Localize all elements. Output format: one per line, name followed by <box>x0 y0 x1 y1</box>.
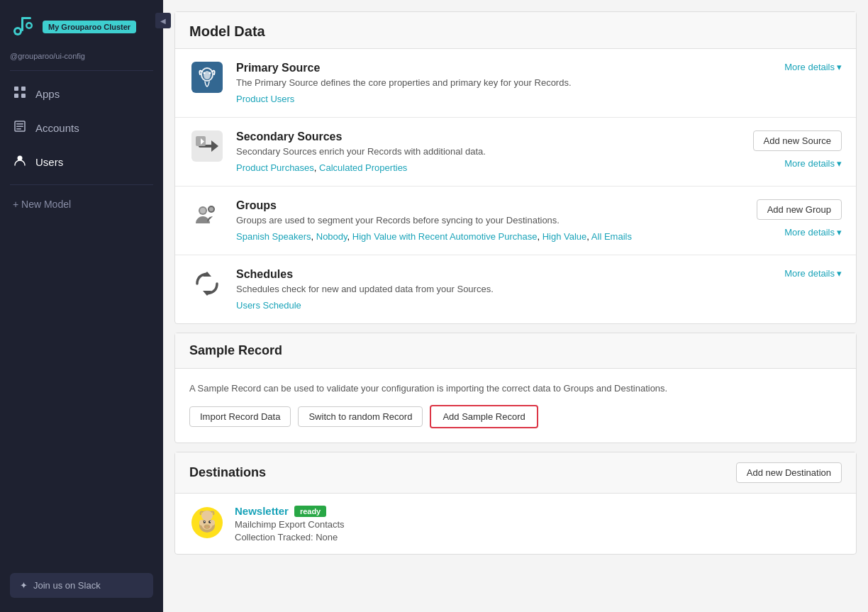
all-emails-link[interactable]: All Emails <box>591 231 632 242</box>
secondary-sources-section: Secondary Sources Secondary Sources enri… <box>175 118 856 187</box>
primary-source-icon <box>189 62 225 93</box>
users-icon <box>13 154 27 169</box>
sidebar-item-apps-label: Apps <box>35 88 60 100</box>
svg-rect-6 <box>14 87 18 91</box>
apps-icon <box>13 86 27 101</box>
primary-source-action: More details ▾ <box>728 62 842 72</box>
sidebar-footer: ✦ Join us on Slack <box>0 564 163 612</box>
product-users-link[interactable]: Product Users <box>236 94 294 104</box>
groups-links: Spanish Speakers, Nobody, High Value wit… <box>236 231 717 242</box>
primary-source-section: Primary Source The Primary Source define… <box>175 49 856 118</box>
destination-ready-badge: ready <box>294 506 326 517</box>
slack-label: Join us on Slack <box>33 580 101 591</box>
groups-title: Groups <box>236 199 717 212</box>
schedules-more-details[interactable]: More details ▾ <box>784 268 842 279</box>
cluster-badge[interactable]: My Grouparoo Cluster <box>43 21 136 33</box>
svg-rect-11 <box>16 123 23 125</box>
groups-action: Add new Group More details ▾ <box>728 199 842 238</box>
destination-newsletter-name[interactable]: Newsletter ready <box>235 505 842 517</box>
import-record-data-button[interactable]: Import Record Data <box>189 406 291 427</box>
schedules-desc: Schedules check for new and updated data… <box>236 284 717 294</box>
main-content: Model Data <box>163 0 868 612</box>
svg-point-1 <box>16 29 20 33</box>
destinations-header: Destinations Add new Destination <box>175 452 856 494</box>
schedules-icon <box>189 268 225 299</box>
accounts-icon <box>13 120 27 135</box>
schedules-links: Users Schedule <box>236 300 717 311</box>
sidebar-item-users-label: Users <box>35 156 63 168</box>
groups-more-details[interactable]: More details ▾ <box>784 227 842 238</box>
primary-source-more-details[interactable]: More details ▾ <box>784 62 842 72</box>
high-value-automotive-link[interactable]: High Value with Recent Automotive Purcha… <box>352 231 538 242</box>
sidebar-nav: Apps Accounts Users <box>0 71 163 564</box>
sample-record-content: A Sample Record can be used to validate … <box>175 369 856 443</box>
svg-point-40 <box>199 520 204 525</box>
slack-icon: ✦ <box>20 580 28 591</box>
svg-rect-8 <box>14 94 18 98</box>
nobody-link[interactable]: Nobody <box>316 231 347 242</box>
sample-record-desc: A Sample Record can be used to validate … <box>189 383 842 394</box>
svg-rect-12 <box>16 126 23 128</box>
sidebar-item-new-model[interactable]: + New Model <box>0 191 163 218</box>
secondary-sources-links: Product Purchases, Calculated Properties <box>236 162 717 173</box>
svg-rect-13 <box>16 128 21 130</box>
destinations-card: Destinations Add new Destination <box>174 452 857 555</box>
svg-point-19 <box>204 72 206 74</box>
svg-point-29 <box>209 207 213 211</box>
secondary-sources-content: Secondary Sources Secondary Sources enri… <box>236 130 717 173</box>
sample-record-header: Sample Record <box>175 333 856 369</box>
destinations-title: Destinations <box>189 465 266 480</box>
page-content: Model Data <box>163 11 868 555</box>
sidebar-item-apps[interactable]: Apps <box>0 77 163 111</box>
svg-point-41 <box>211 520 215 525</box>
model-data-header: Model Data <box>175 12 856 49</box>
sidebar-item-accounts[interactable]: Accounts <box>0 111 163 145</box>
primary-source-title: Primary Source <box>236 62 717 74</box>
svg-point-37 <box>204 521 205 522</box>
svg-point-27 <box>200 208 206 213</box>
svg-point-44 <box>208 526 211 528</box>
sidebar-item-accounts-label: Accounts <box>35 122 79 134</box>
calculated-properties-link[interactable]: Calculated Properties <box>319 162 407 173</box>
add-new-group-button[interactable]: Add new Group <box>757 199 842 220</box>
add-sample-record-button[interactable]: Add Sample Record <box>430 405 538 428</box>
add-new-source-button[interactable]: Add new Source <box>753 130 842 151</box>
svg-point-38 <box>210 521 211 522</box>
destination-sub2: Collection Tracked: None <box>235 532 842 543</box>
svg-rect-3 <box>21 17 31 19</box>
switch-random-record-button[interactable]: Switch to random Record <box>298 406 423 427</box>
primary-source-links: Product Users <box>236 94 717 104</box>
model-data-card: Model Data <box>174 11 857 324</box>
sample-record-actions: Import Record Data Switch to random Reco… <box>189 405 842 428</box>
users-schedule-link[interactable]: Users Schedule <box>236 300 301 311</box>
destination-sub1: Mailchimp Export Contacts <box>235 519 842 530</box>
high-value-link[interactable]: High Value <box>542 231 587 242</box>
spanish-speakers-link[interactable]: Spanish Speakers <box>236 231 311 242</box>
sidebar-divider-mid <box>10 184 153 185</box>
secondary-sources-title: Secondary Sources <box>236 130 717 143</box>
secondary-sources-desc: Secondary Sources enrich your Records wi… <box>236 146 717 157</box>
sidebar-item-users[interactable]: Users <box>0 145 163 179</box>
groups-desc: Groups are used to segment your Records … <box>236 215 717 226</box>
sample-record-card: Sample Record A Sample Record can be use… <box>174 333 857 443</box>
add-new-destination-button[interactable]: Add new Destination <box>736 462 842 483</box>
collapse-sidebar-button[interactable]: ◀ <box>155 13 171 28</box>
mailchimp-icon <box>189 505 225 540</box>
groups-section: Groups Groups are used to segment your R… <box>175 187 856 255</box>
destination-newsletter-content: Newsletter ready Mailchimp Export Contac… <box>235 505 842 543</box>
schedules-section: Schedules Schedules check for new and up… <box>175 255 856 323</box>
svg-point-42 <box>201 511 213 521</box>
product-purchases-link[interactable]: Product Purchases <box>236 162 314 173</box>
secondary-sources-icon <box>189 130 225 162</box>
schedules-title: Schedules <box>236 268 717 281</box>
svg-point-43 <box>204 526 206 528</box>
secondary-sources-more-details[interactable]: More details ▾ <box>784 158 842 169</box>
svg-rect-9 <box>21 94 26 98</box>
schedules-action: More details ▾ <box>728 268 842 279</box>
grouparoo-logo <box>10 11 35 42</box>
sample-record-title: Sample Record <box>189 343 282 357</box>
cluster-subtitle: @grouparoo/ui-config <box>0 50 163 70</box>
primary-source-desc: The Primary Source defines the core prop… <box>236 77 717 88</box>
slack-button[interactable]: ✦ Join us on Slack <box>10 573 153 598</box>
sidebar-header: My Grouparoo Cluster ◀ <box>0 0 163 50</box>
